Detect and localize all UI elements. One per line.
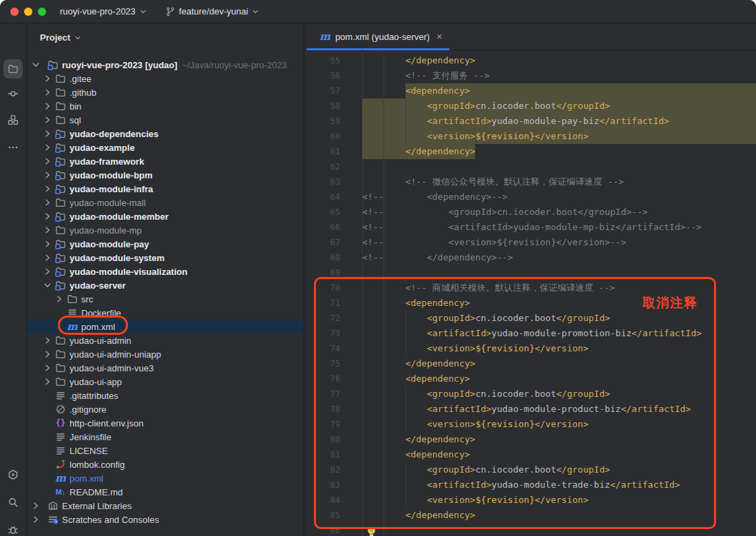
- chevron-right-icon[interactable]: [41, 197, 54, 208]
- tree-item-scratches-and-consoles[interactable]: Scratches and Consoles: [27, 513, 304, 526]
- code-line-59[interactable]: 59 <artifactId>yudao-module-pay-biz</art…: [304, 114, 756, 129]
- chevron-right-icon[interactable]: [41, 376, 54, 387]
- code-line-73[interactable]: 73 <artifactId>yudao-module-promotion-bi…: [304, 326, 756, 341]
- tree-item-pom-xml[interactable]: mpom.xml: [27, 320, 304, 333]
- code-line-64[interactable]: 64<!-- <dependency>-->: [304, 189, 756, 205]
- close-window-button[interactable]: [10, 8, 19, 16]
- chevron-right-icon[interactable]: [41, 101, 54, 112]
- code-line-67[interactable]: 67<!-- <version>${revision}</version>-->: [304, 235, 756, 250]
- code-line-72[interactable]: 72 <groupId>cn.iocoder.boot</groupId>: [304, 311, 756, 326]
- fullscreen-window-button[interactable]: [38, 8, 46, 16]
- chevron-right-icon[interactable]: [53, 293, 65, 305]
- tree-item-sql[interactable]: sql: [27, 113, 304, 127]
- tree-item-src[interactable]: src: [27, 292, 304, 306]
- code-line-81[interactable]: 81 <dependency>: [304, 447, 756, 462]
- code-line-55[interactable]: 55 </dependency>: [304, 53, 756, 68]
- code-line-82[interactable]: 82 <groupId>cn.iocoder.boot</groupId>: [304, 462, 756, 477]
- code-line-60[interactable]: 60 <version>${revision}</version>: [304, 129, 756, 144]
- tree-item-ruoyi-vue-pro-2023-yudao-[interactable]: ruoyi-vue-pro-2023 [yudao]~/Java/ruoyi-v…: [27, 58, 304, 72]
- tree-item-yudao-server[interactable]: yudao-server: [27, 278, 304, 292]
- chevron-right-icon[interactable]: [41, 252, 54, 263]
- code-line-56[interactable]: 56 <!-- 支付服务 -->: [304, 68, 756, 83]
- code-line-71[interactable]: 71 <dependency>: [304, 296, 756, 311]
- project-tool-icon[interactable]: [3, 59, 23, 79]
- code-line-61[interactable]: 61 </dependency>: [304, 144, 756, 159]
- code-line-65[interactable]: 65<!-- <groupId>cn.iocoder.boot</groupId…: [304, 205, 756, 220]
- code-line-84[interactable]: 84 <version>${revision}</version>: [304, 493, 756, 508]
- code-line-75[interactable]: 75 </dependency>: [304, 356, 756, 371]
- chevron-right-icon[interactable]: [41, 169, 54, 181]
- branch-selector[interactable]: feature/dev-yunai: [165, 6, 260, 17]
- intention-lightbulb-icon[interactable]: [366, 526, 377, 536]
- chevron-right-icon[interactable]: [41, 156, 54, 167]
- chevron-right-icon[interactable]: [41, 266, 54, 277]
- chevron-right-icon[interactable]: [41, 349, 54, 360]
- code-line-68[interactable]: 68<!-- </dependency>-->: [304, 250, 756, 265]
- code-line-69[interactable]: 69: [304, 265, 756, 280]
- tree-item-yudao-module-system[interactable]: yudao-module-system: [27, 251, 304, 265]
- code-line-79[interactable]: 79 <version>${revision}</version>: [304, 417, 756, 432]
- code-line-78[interactable]: 78 <artifactId>yudao-module-product-biz<…: [304, 402, 756, 417]
- project-selector[interactable]: ruoyi-vue-pro-2023: [60, 6, 147, 17]
- tree-item-license[interactable]: LICENSE: [27, 444, 304, 457]
- tree-item-readme-md[interactable]: M↓README.md: [27, 485, 304, 499]
- code-line-58[interactable]: 58 <groupId>cn.iocoder.boot</groupId>: [304, 99, 756, 114]
- tree-item-yudao-module-bpm[interactable]: yudao-module-bpm: [27, 168, 304, 182]
- tree-item--github[interactable]: .github: [27, 85, 304, 99]
- tree-item-yudao-dependencies[interactable]: yudao-dependencies: [27, 127, 304, 141]
- tree-item-lombok-config[interactable]: lombok.config: [27, 457, 304, 471]
- tree-item-jenkinsfile[interactable]: Jenkinsfile: [27, 430, 304, 444]
- chevron-right-icon[interactable]: [41, 211, 54, 222]
- tree-item-yudao-ui-admin-vue3[interactable]: yudao-ui-admin-vue3: [27, 361, 304, 375]
- chevron-right-icon[interactable]: [41, 114, 54, 125]
- debug-tool-icon[interactable]: [3, 520, 23, 536]
- code-line-57[interactable]: 57 <dependency>: [304, 83, 756, 99]
- tree-item-yudao-module-member[interactable]: yudao-module-member: [27, 209, 304, 223]
- chevron-right-icon[interactable]: [41, 73, 54, 84]
- tree-item-yudao-ui-admin-uniapp[interactable]: yudao-ui-admin-uniapp: [27, 347, 304, 361]
- tree-item--gitignore[interactable]: .gitignore: [27, 402, 304, 416]
- chevron-right-icon[interactable]: [41, 362, 54, 373]
- tree-item-yudao-ui-app[interactable]: yudao-ui-app: [27, 375, 304, 389]
- tree-item-yudao-module-infra[interactable]: yudao-module-infra: [27, 182, 304, 196]
- chevron-right-icon[interactable]: [41, 87, 54, 98]
- code-line-66[interactable]: 66<!-- <artifactId>yudao-module-mp-biz</…: [304, 220, 756, 235]
- code-editor[interactable]: 55 </dependency>56 <!-- 支付服务 -->57 <depe…: [304, 50, 756, 536]
- minimize-window-button[interactable]: [24, 8, 32, 16]
- tree-item-yudao-example[interactable]: yudao-example: [27, 141, 304, 154]
- code-line-85[interactable]: 85 </dependency>: [304, 508, 756, 523]
- commit-tool-icon[interactable]: [3, 84, 23, 103]
- tab-pom-xml[interactable]: m pom.xml (yudao-server) ×: [304, 23, 452, 50]
- tree-item-http-client-env-json[interactable]: {}http-client.env.json: [27, 416, 304, 430]
- code-line-77[interactable]: 77 <groupId>cn.iocoder.boot</groupId>: [304, 386, 756, 402]
- chevron-right-icon[interactable]: [41, 128, 54, 139]
- code-line-83[interactable]: 83 <artifactId>yudao-module-trade-biz</a…: [304, 477, 756, 493]
- chevron-right-icon[interactable]: [41, 238, 54, 249]
- tree-item-yudao-module-mall[interactable]: yudao-module-mall: [27, 196, 304, 209]
- code-line-63[interactable]: 63 <!-- 微信公众号模块。默认注释，保证编译速度 -->: [304, 174, 756, 189]
- chevron-right-icon[interactable]: [41, 183, 54, 194]
- chevron-right-icon[interactable]: [41, 225, 54, 236]
- tree-item-pom-xml[interactable]: mpom.xml: [27, 471, 304, 485]
- chevron-right-icon[interactable]: [41, 142, 54, 153]
- code-line-74[interactable]: 74 <version>${revision}</version>: [304, 341, 756, 356]
- search-tool-icon[interactable]: [3, 493, 23, 512]
- run-tool-icon[interactable]: [3, 465, 23, 484]
- project-panel-header[interactable]: Project: [27, 23, 304, 43]
- tree-item-dockerfile[interactable]: Dockerfile: [27, 306, 304, 320]
- code-line-70[interactable]: 70 <!-- 商城相关模块。默认注释，保证编译速度 -->: [304, 280, 756, 296]
- code-line-62[interactable]: 62: [304, 159, 756, 174]
- close-tab-icon[interactable]: ×: [437, 31, 442, 42]
- tree-item-external-libraries[interactable]: External Libraries: [27, 499, 304, 513]
- code-line-80[interactable]: 80 </dependency>: [304, 432, 756, 447]
- tree-item-yudao-module-pay[interactable]: yudao-module-pay: [27, 237, 304, 251]
- chevron-down-icon[interactable]: [30, 59, 42, 70]
- chevron-right-icon[interactable]: [41, 335, 54, 346]
- chevron-right-icon[interactable]: [30, 500, 42, 511]
- tree-item-yudao-module-visualization[interactable]: yudao-module-visualization: [27, 265, 304, 278]
- structure-tool-icon[interactable]: [3, 110, 23, 130]
- code-line-76[interactable]: 76 <dependency>: [304, 371, 756, 386]
- chevron-down-icon[interactable]: [41, 280, 54, 291]
- tree-item--gitattributes[interactable]: .gitattributes: [27, 389, 304, 402]
- more-tool-icon[interactable]: [3, 138, 23, 157]
